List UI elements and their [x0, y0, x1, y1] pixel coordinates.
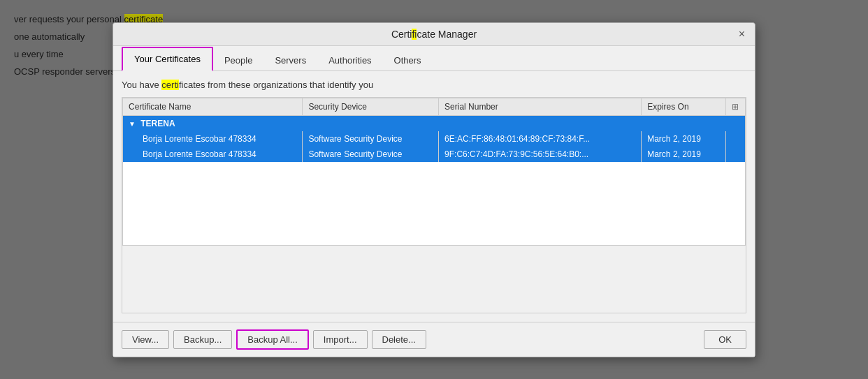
- table-row[interactable]: Borja Lorente Escobar 478334 Software Se…: [123, 131, 746, 147]
- col-serial-number: Serial Number: [439, 98, 642, 115]
- tab-your-certificates[interactable]: Your Certificates: [122, 47, 213, 71]
- import-button[interactable]: Import...: [313, 330, 368, 349]
- ok-button[interactable]: OK: [704, 330, 746, 349]
- tabs-bar: Your Certificates People Servers Authori…: [113, 46, 755, 71]
- dialog-body: You have certificates from these organiz…: [113, 71, 755, 322]
- empty-row: [123, 162, 746, 246]
- cell-expires-1: March 2, 2019: [642, 131, 726, 147]
- table-row[interactable]: Borja Lorente Escobar 478334 Software Se…: [123, 147, 746, 162]
- col-resize[interactable]: ⊞: [726, 98, 746, 115]
- expand-icon: ▼: [129, 120, 136, 128]
- group-row-terena: ▼ TERENA: [123, 115, 746, 131]
- col-security-device: Security Device: [303, 98, 439, 115]
- cert-name-indent-2: Borja Lorente Escobar 478334: [129, 149, 256, 159]
- col-expires-on: Expires On: [642, 98, 726, 115]
- cell-cert-name-1: Borja Lorente Escobar 478334: [123, 131, 303, 147]
- col-cert-name: Certificate Name: [123, 98, 303, 115]
- tab-people[interactable]: People: [213, 50, 263, 71]
- tab-authorities[interactable]: Authorities: [317, 50, 382, 71]
- cell-serial-1: 6E:AC:FF:86:48:01:64:89:CF:73:84:F...: [439, 131, 642, 147]
- cell-expires-2: March 2, 2019: [642, 147, 726, 162]
- certificate-manager-dialog: Certificate Manager × Your Certificates …: [113, 22, 755, 357]
- view-button[interactable]: View...: [122, 330, 169, 349]
- dialog-footer: View... Backup... Backup All... Import..…: [113, 322, 755, 357]
- info-highlight: certi: [161, 80, 179, 90]
- cell-serial-2: 9F:C6:C7:4D:FA:73:9C:56:5E:64:B0:...: [439, 147, 642, 162]
- backup-all-button[interactable]: Backup All...: [236, 329, 309, 350]
- cell-resize-2: [726, 147, 746, 162]
- cert-name-indent-1: Borja Lorente Escobar 478334: [129, 134, 256, 144]
- resize-icon: ⊞: [732, 102, 739, 112]
- dialog-header: Certificate Manager ×: [113, 23, 755, 46]
- certificate-table: Certificate Name Security Device Serial …: [122, 98, 746, 246]
- info-text: You have certificates from these organiz…: [122, 80, 746, 90]
- tab-servers[interactable]: Servers: [263, 50, 317, 71]
- certificate-table-wrapper: Certificate Name Security Device Serial …: [122, 97, 746, 313]
- close-button[interactable]: ×: [736, 27, 748, 41]
- group-name-terena: ▼ TERENA: [123, 115, 746, 131]
- backup-button[interactable]: Backup...: [173, 330, 232, 349]
- dialog-title: Certificate Manager: [391, 29, 477, 40]
- table-header-row: Certificate Name Security Device Serial …: [123, 98, 746, 115]
- cell-cert-name-2: Borja Lorente Escobar 478334: [123, 147, 303, 162]
- cell-security-device-1: Software Security Device: [303, 131, 439, 147]
- cell-security-device-2: Software Security Device: [303, 147, 439, 162]
- tab-others[interactable]: Others: [383, 50, 433, 71]
- title-highlight: fi: [412, 29, 417, 40]
- cell-resize-1: [726, 131, 746, 147]
- delete-button[interactable]: Delete...: [372, 330, 426, 349]
- modal-overlay: Certificate Manager × Your Certificates …: [0, 0, 868, 379]
